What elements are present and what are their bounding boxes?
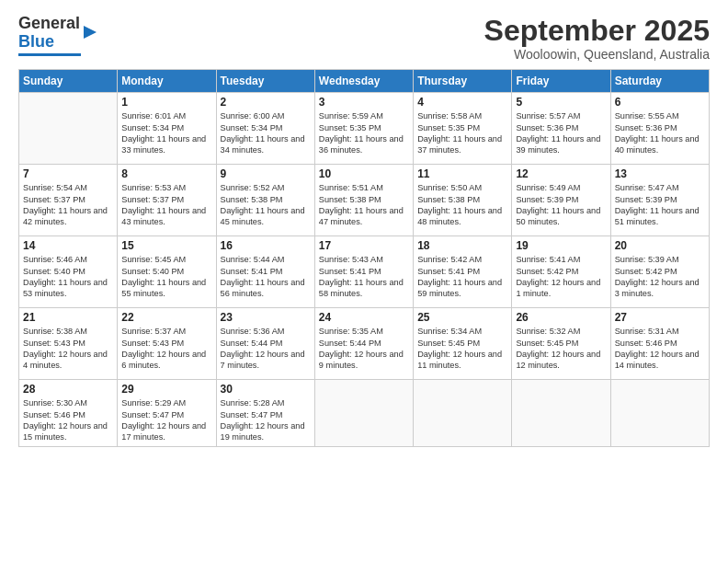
day-number: 18 [417, 239, 507, 252]
calendar-cell [314, 380, 413, 447]
week-row-5: 28Sunrise: 5:30 AM Sunset: 5:46 PM Dayli… [19, 380, 710, 447]
day-number: 9 [221, 167, 311, 180]
day-number: 7 [23, 167, 113, 180]
logo: General Blue [18, 15, 102, 56]
day-number: 25 [417, 311, 507, 324]
calendar-cell: 12Sunrise: 5:49 AM Sunset: 5:39 PM Dayli… [512, 165, 610, 236]
day-number: 29 [121, 383, 211, 396]
cell-sun-info: Sunrise: 5:38 AM Sunset: 5:43 PM Dayligh… [23, 327, 108, 370]
day-number: 17 [319, 239, 409, 252]
calendar-cell: 6Sunrise: 5:55 AM Sunset: 5:36 PM Daylig… [610, 93, 709, 165]
header: General Blue September 2025 Wooloowin, Q… [18, 15, 710, 62]
day-number: 27 [615, 311, 705, 324]
calendar-cell: 16Sunrise: 5:44 AM Sunset: 5:41 PM Dayli… [216, 236, 314, 308]
calendar-cell [19, 93, 118, 165]
calendar-cell: 17Sunrise: 5:43 AM Sunset: 5:41 PM Dayli… [314, 236, 413, 308]
calendar-cell: 27Sunrise: 5:31 AM Sunset: 5:46 PM Dayli… [610, 308, 709, 380]
day-number: 19 [516, 239, 606, 252]
cell-sun-info: Sunrise: 5:54 AM Sunset: 5:37 PM Dayligh… [23, 183, 108, 226]
logo-blue: Blue [18, 32, 54, 51]
cell-sun-info: Sunrise: 5:31 AM Sunset: 5:46 PM Dayligh… [615, 327, 700, 370]
day-number: 23 [221, 311, 311, 324]
calendar-cell: 15Sunrise: 5:45 AM Sunset: 5:40 PM Dayli… [118, 236, 216, 308]
day-number: 13 [615, 167, 705, 180]
calendar-cell: 23Sunrise: 5:36 AM Sunset: 5:44 PM Dayli… [216, 308, 314, 380]
cell-sun-info: Sunrise: 5:29 AM Sunset: 5:47 PM Dayligh… [121, 398, 206, 442]
calendar-cell: 9Sunrise: 5:52 AM Sunset: 5:38 PM Daylig… [216, 165, 314, 236]
month-title: September 2025 [484, 15, 710, 47]
day-number: 26 [516, 311, 606, 324]
logo-arrow-icon [84, 24, 102, 40]
day-number: 16 [221, 239, 311, 252]
cell-sun-info: Sunrise: 5:42 AM Sunset: 5:41 PM Dayligh… [417, 255, 502, 298]
logo-underline [18, 53, 81, 56]
calendar-cell: 5Sunrise: 5:57 AM Sunset: 5:36 PM Daylig… [512, 93, 610, 165]
day-number: 14 [23, 239, 113, 252]
day-number: 4 [417, 96, 507, 109]
cell-sun-info: Sunrise: 5:37 AM Sunset: 5:43 PM Dayligh… [121, 327, 206, 370]
calendar-cell: 11Sunrise: 5:50 AM Sunset: 5:38 PM Dayli… [414, 165, 512, 236]
cell-sun-info: Sunrise: 5:39 AM Sunset: 5:42 PM Dayligh… [615, 255, 700, 298]
day-number: 3 [319, 96, 409, 109]
day-number: 8 [121, 167, 211, 180]
week-row-4: 21Sunrise: 5:38 AM Sunset: 5:43 PM Dayli… [19, 308, 710, 380]
week-row-2: 7Sunrise: 5:54 AM Sunset: 5:37 PM Daylig… [19, 165, 710, 236]
title-block: September 2025 Wooloowin, Queensland, Au… [484, 15, 710, 62]
day-number: 11 [417, 167, 507, 180]
cell-sun-info: Sunrise: 5:50 AM Sunset: 5:38 PM Dayligh… [417, 183, 502, 226]
calendar-cell: 4Sunrise: 5:58 AM Sunset: 5:35 PM Daylig… [414, 93, 512, 165]
calendar-cell: 28Sunrise: 5:30 AM Sunset: 5:46 PM Dayli… [19, 380, 118, 447]
cell-sun-info: Sunrise: 5:52 AM Sunset: 5:38 PM Dayligh… [221, 183, 305, 226]
day-number: 28 [23, 383, 113, 396]
location: Wooloowin, Queensland, Australia [484, 47, 710, 62]
day-number: 2 [221, 96, 311, 109]
calendar-cell: 22Sunrise: 5:37 AM Sunset: 5:43 PM Dayli… [118, 308, 216, 380]
svg-marker-0 [84, 26, 97, 39]
calendar-cell: 19Sunrise: 5:41 AM Sunset: 5:42 PM Dayli… [512, 236, 610, 308]
day-header-saturday: Saturday [610, 70, 709, 93]
calendar-cell: 18Sunrise: 5:42 AM Sunset: 5:41 PM Dayli… [414, 236, 512, 308]
calendar-cell: 25Sunrise: 5:34 AM Sunset: 5:45 PM Dayli… [414, 308, 512, 380]
calendar-cell: 2Sunrise: 6:00 AM Sunset: 5:34 PM Daylig… [216, 93, 314, 165]
cell-sun-info: Sunrise: 5:44 AM Sunset: 5:41 PM Dayligh… [221, 255, 305, 298]
day-number: 30 [221, 383, 311, 396]
calendar-table: SundayMondayTuesdayWednesdayThursdayFrid… [18, 69, 710, 447]
cell-sun-info: Sunrise: 5:49 AM Sunset: 5:39 PM Dayligh… [516, 183, 600, 226]
day-number: 12 [516, 167, 606, 180]
calendar-cell [610, 380, 709, 447]
day-header-friday: Friday [512, 70, 610, 93]
calendar-cell: 10Sunrise: 5:51 AM Sunset: 5:38 PM Dayli… [314, 165, 413, 236]
day-number: 21 [23, 311, 113, 324]
cell-sun-info: Sunrise: 5:36 AM Sunset: 5:44 PM Dayligh… [221, 327, 305, 370]
day-header-thursday: Thursday [414, 70, 512, 93]
cell-sun-info: Sunrise: 6:00 AM Sunset: 5:34 PM Dayligh… [221, 111, 305, 155]
cell-sun-info: Sunrise: 5:47 AM Sunset: 5:39 PM Dayligh… [615, 183, 700, 226]
page: General Blue September 2025 Wooloowin, Q… [0, 0, 728, 563]
day-header-monday: Monday [118, 70, 216, 93]
cell-sun-info: Sunrise: 5:30 AM Sunset: 5:46 PM Dayligh… [23, 398, 108, 442]
week-row-3: 14Sunrise: 5:46 AM Sunset: 5:40 PM Dayli… [19, 236, 710, 308]
cell-sun-info: Sunrise: 5:32 AM Sunset: 5:45 PM Dayligh… [516, 327, 600, 370]
cell-sun-info: Sunrise: 5:53 AM Sunset: 5:37 PM Dayligh… [121, 183, 206, 226]
calendar-cell [512, 380, 610, 447]
day-header-wednesday: Wednesday [314, 70, 413, 93]
calendar-cell: 1Sunrise: 6:01 AM Sunset: 5:34 PM Daylig… [118, 93, 216, 165]
day-number: 24 [319, 311, 409, 324]
calendar-cell: 7Sunrise: 5:54 AM Sunset: 5:37 PM Daylig… [19, 165, 118, 236]
calendar-cell [414, 380, 512, 447]
cell-sun-info: Sunrise: 5:41 AM Sunset: 5:42 PM Dayligh… [516, 255, 600, 298]
day-number: 5 [516, 96, 606, 109]
logo-general: General [18, 14, 80, 32]
calendar-cell: 30Sunrise: 5:28 AM Sunset: 5:47 PM Dayli… [216, 380, 314, 447]
cell-sun-info: Sunrise: 5:57 AM Sunset: 5:36 PM Dayligh… [516, 111, 600, 155]
cell-sun-info: Sunrise: 5:46 AM Sunset: 5:40 PM Dayligh… [23, 255, 108, 298]
calendar-cell: 24Sunrise: 5:35 AM Sunset: 5:44 PM Dayli… [314, 308, 413, 380]
day-number: 6 [615, 96, 705, 109]
days-header-row: SundayMondayTuesdayWednesdayThursdayFrid… [19, 70, 710, 93]
cell-sun-info: Sunrise: 5:51 AM Sunset: 5:38 PM Dayligh… [319, 183, 404, 226]
cell-sun-info: Sunrise: 5:34 AM Sunset: 5:45 PM Dayligh… [417, 327, 502, 370]
day-header-sunday: Sunday [19, 70, 118, 93]
day-number: 1 [121, 96, 211, 109]
cell-sun-info: Sunrise: 5:58 AM Sunset: 5:35 PM Dayligh… [417, 111, 502, 155]
day-number: 22 [121, 311, 211, 324]
